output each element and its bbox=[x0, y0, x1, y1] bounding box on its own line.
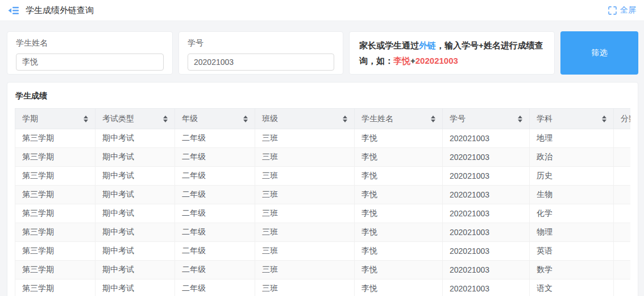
hint-example-name: 李悦 bbox=[393, 56, 410, 65]
column-label: 学科 bbox=[537, 114, 552, 124]
page-title: 学生成绩外链查询 bbox=[26, 5, 94, 16]
sort-carets[interactable] bbox=[163, 116, 168, 122]
cell-score bbox=[614, 242, 631, 261]
cell-grade: 二年级 bbox=[175, 223, 255, 242]
cell-exam_type: 期中考试 bbox=[95, 261, 175, 279]
student-name-input[interactable] bbox=[16, 54, 164, 71]
sort-carets[interactable] bbox=[343, 116, 347, 122]
cell-student_id: 202021003 bbox=[443, 242, 530, 261]
student-name-filter-card: 学生姓名 bbox=[7, 31, 173, 75]
sort-caret-up-icon[interactable] bbox=[431, 116, 435, 118]
column-header-grade[interactable]: 年级 bbox=[175, 109, 255, 129]
external-link[interactable]: 外链 bbox=[419, 40, 436, 50]
cell-semester: 第三学期 bbox=[15, 223, 95, 242]
column-header-subject[interactable]: 学科 bbox=[530, 109, 614, 129]
cell-semester: 第三学期 bbox=[15, 148, 95, 167]
sort-carets[interactable] bbox=[431, 116, 435, 122]
cell-student_id: 202021003 bbox=[443, 167, 530, 186]
topbar: 学生成绩外链查询 全屏 bbox=[0, 0, 644, 21]
cell-exam_type: 期中考试 bbox=[95, 167, 175, 186]
sort-carets[interactable] bbox=[602, 116, 606, 122]
cell-grade: 二年级 bbox=[175, 204, 255, 223]
column-header-class_name[interactable]: 班级 bbox=[255, 109, 355, 129]
cell-student_id: 202021003 bbox=[443, 129, 530, 148]
cell-semester: 第三学期 bbox=[15, 261, 95, 279]
cell-class_name: 三班 bbox=[255, 279, 355, 296]
table-row: 第三学期期中考试二年级三班李悦202021003英语 bbox=[15, 242, 631, 261]
student-id-input[interactable] bbox=[188, 54, 334, 71]
cell-student_name: 李悦 bbox=[355, 279, 443, 296]
cell-subject: 物理 bbox=[530, 223, 614, 242]
cell-subject: 地理 bbox=[530, 129, 614, 148]
sort-caret-up-icon[interactable] bbox=[343, 116, 347, 118]
cell-score bbox=[614, 167, 631, 186]
cell-score bbox=[614, 223, 631, 242]
table-row: 第三学期期中考试二年级三班李悦202021003化学 bbox=[15, 204, 631, 223]
cell-grade: 二年级 bbox=[175, 242, 255, 261]
fullscreen-label: 全屏 bbox=[620, 5, 636, 15]
sort-caret-down-icon[interactable] bbox=[163, 120, 168, 122]
sort-carets[interactable] bbox=[518, 116, 522, 122]
cell-student_id: 202021003 bbox=[443, 148, 530, 167]
scores-title: 学生成绩 bbox=[15, 91, 630, 101]
column-label: 学生姓名 bbox=[362, 114, 393, 124]
cell-class_name: 三班 bbox=[255, 261, 355, 279]
cell-subject: 生物 bbox=[530, 186, 614, 204]
cell-class_name: 三班 bbox=[255, 167, 355, 186]
sort-caret-down-icon[interactable] bbox=[518, 120, 522, 122]
column-header-exam_type[interactable]: 考试类型 bbox=[95, 109, 175, 129]
fullscreen-button[interactable]: 全屏 bbox=[608, 5, 636, 15]
filter-row: 学生姓名 学号 家长或学生通过外链，输入学号+姓名进行成绩查询，如：李悦+202… bbox=[7, 31, 638, 75]
cell-exam_type: 期中考试 bbox=[95, 129, 175, 148]
column-header-semester[interactable]: 学期 bbox=[15, 109, 95, 129]
sort-carets[interactable] bbox=[243, 116, 248, 122]
column-header-student_name[interactable]: 学生姓名 bbox=[355, 109, 443, 129]
sort-caret-up-icon[interactable] bbox=[84, 116, 88, 118]
sort-caret-down-icon[interactable] bbox=[343, 120, 347, 122]
cell-student_id: 202021003 bbox=[443, 204, 530, 223]
sort-caret-up-icon[interactable] bbox=[163, 116, 168, 118]
sort-caret-down-icon[interactable] bbox=[243, 120, 248, 122]
cell-grade: 二年级 bbox=[175, 167, 255, 186]
cell-subject: 政治 bbox=[530, 148, 614, 167]
cell-subject: 化学 bbox=[530, 204, 614, 223]
sort-caret-down-icon[interactable] bbox=[84, 120, 88, 122]
sort-caret-up-icon[interactable] bbox=[518, 116, 522, 118]
menu-fold-icon[interactable] bbox=[8, 5, 19, 15]
cell-student_id: 202021003 bbox=[443, 223, 530, 242]
student-name-label: 学生姓名 bbox=[16, 38, 164, 48]
sort-caret-down-icon[interactable] bbox=[431, 120, 435, 122]
column-header-student_id[interactable]: 学号 bbox=[443, 109, 530, 129]
sort-caret-up-icon[interactable] bbox=[602, 116, 606, 118]
cell-student_id: 202021003 bbox=[443, 279, 530, 296]
sort-carets[interactable] bbox=[84, 116, 88, 122]
cell-student_name: 李悦 bbox=[355, 129, 443, 148]
cell-student_name: 李悦 bbox=[355, 186, 443, 204]
cell-student_name: 李悦 bbox=[355, 204, 443, 223]
cell-subject: 数学 bbox=[530, 261, 614, 279]
cell-student_name: 李悦 bbox=[355, 261, 443, 279]
column-label: 学期 bbox=[22, 114, 38, 124]
column-label: 班级 bbox=[262, 114, 278, 124]
fullscreen-icon bbox=[608, 6, 617, 15]
main-content: 学生姓名 学号 家长或学生通过外链，输入学号+姓名进行成绩查询，如：李悦+202… bbox=[0, 21, 644, 296]
cell-exam_type: 期中考试 bbox=[95, 223, 175, 242]
column-header-score[interactable]: 分数 bbox=[614, 109, 631, 129]
cell-class_name: 三班 bbox=[255, 148, 355, 167]
table-row: 第三学期期中考试二年级三班李悦202021003语文 bbox=[15, 279, 631, 296]
cell-student_name: 李悦 bbox=[355, 148, 443, 167]
table-row: 第三学期期中考试二年级三班李悦202021003地理 bbox=[15, 129, 631, 148]
scores-card: 学生成绩 学期考试类型年级班级学生姓名学号学科分数 第三学期期中考试二年级三班李… bbox=[7, 82, 638, 296]
cell-class_name: 三班 bbox=[255, 223, 355, 242]
filter-button[interactable]: 筛选 bbox=[560, 31, 638, 75]
sort-caret-down-icon[interactable] bbox=[602, 120, 606, 122]
cell-semester: 第三学期 bbox=[15, 279, 95, 296]
column-label: 分数 bbox=[621, 114, 630, 124]
cell-student_name: 李悦 bbox=[355, 167, 443, 186]
cell-grade: 二年级 bbox=[175, 186, 255, 204]
column-label: 学号 bbox=[450, 114, 466, 124]
cell-semester: 第三学期 bbox=[15, 204, 95, 223]
cell-semester: 第三学期 bbox=[15, 186, 95, 204]
student-id-filter-card: 学号 bbox=[178, 31, 343, 75]
sort-caret-up-icon[interactable] bbox=[243, 116, 248, 118]
